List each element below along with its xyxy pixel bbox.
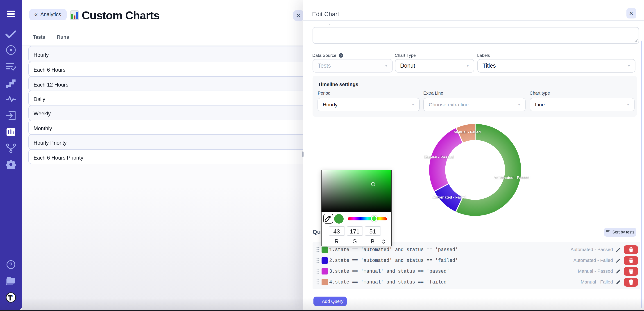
svg-text:?: ? (9, 262, 12, 267)
svg-text:Automated - Failed: Automated - Failed (432, 195, 466, 199)
svg-text:Automated - Passed: Automated - Passed (494, 176, 530, 180)
svg-text:?: ? (340, 54, 342, 57)
svg-text:Manual - Passed: Manual - Passed (424, 155, 454, 159)
svg-text:Manual - Failed: Manual - Failed (454, 130, 481, 134)
